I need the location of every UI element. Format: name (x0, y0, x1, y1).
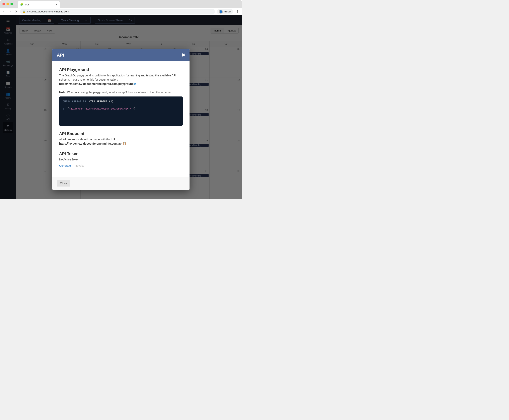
endpoint-desc: All API requests should be made with thi… (59, 137, 183, 142)
code-value: "KC8KNNMA0XRQUDDYTLOG3VPSAKXEK7MT" (85, 107, 134, 110)
endpoint-heading: API Endpoint (59, 131, 183, 137)
modal-title: API (57, 52, 64, 58)
tab-close-icon[interactable]: × (56, 3, 57, 6)
generate-token-link[interactable]: Generate (59, 164, 71, 167)
window-titlebar: 🧩 VCI × + (0, 0, 242, 8)
token-heading: API Token (59, 151, 183, 157)
browser-tab[interactable]: 🧩 VCI × (18, 1, 60, 8)
nav-back-button[interactable]: ← (2, 10, 6, 14)
browser-menu-button[interactable]: ⋮ (235, 10, 240, 14)
lock-icon: 🔒 (22, 10, 25, 13)
tab-title: VCI (25, 3, 54, 6)
nav-reload-button[interactable]: ⟳ (14, 10, 18, 14)
playground-heading: API Playground (59, 67, 183, 73)
endpoint-url: https://m4demo.videoconferencinginfo.com… (59, 142, 122, 145)
url-input[interactable] (27, 10, 212, 13)
window-minimize-button[interactable] (7, 3, 9, 5)
modal-close-button[interactable]: ✖ (181, 52, 185, 58)
tab-favicon-icon: 🧩 (20, 3, 23, 6)
code-line-number: 1 (63, 107, 64, 111)
browser-toolbar: ← → ⟳ 🔒 👤 Guest ⋮ (0, 8, 242, 15)
window-maximize-button[interactable] (10, 3, 13, 5)
profile-label: Guest (224, 10, 231, 13)
code-tab-headers[interactable]: HTTP HEADERS (1) (89, 100, 114, 103)
revoke-token-link[interactable]: Revoke (75, 164, 84, 167)
token-status: No Active Token (59, 158, 183, 162)
modal-close-footer-button[interactable]: Close (57, 180, 70, 187)
code-block: QUERY VARIABLES HTTP HEADERS (1) 1 {"api… (59, 97, 183, 126)
code-key: "apiToken" (69, 107, 83, 110)
note-text: When acccesing the playground, input you… (66, 91, 172, 94)
playground-url: https://m4demo.videoconferencinginfo.com… (59, 82, 134, 85)
external-link-icon[interactable]: ⧉ (134, 82, 136, 85)
address-bar[interactable]: 🔒 (20, 9, 215, 15)
nav-forward-button[interactable]: → (8, 10, 12, 14)
profile-button[interactable]: 👤 Guest (217, 9, 233, 15)
note-label: Note: (59, 91, 66, 94)
new-tab-button[interactable]: + (62, 2, 64, 6)
api-modal: API ✖ API Playground The GraphQL playgro… (52, 49, 189, 190)
window-close-button[interactable] (2, 3, 5, 5)
copy-icon[interactable]: 📋 (123, 142, 126, 145)
avatar-icon: 👤 (219, 10, 223, 14)
code-tab-variables[interactable]: QUERY VARIABLES (63, 100, 86, 103)
modal-overlay[interactable]: API ✖ API Playground The GraphQL playgro… (0, 15, 242, 199)
playground-desc: The GraphQL playground is built in to th… (59, 73, 183, 82)
